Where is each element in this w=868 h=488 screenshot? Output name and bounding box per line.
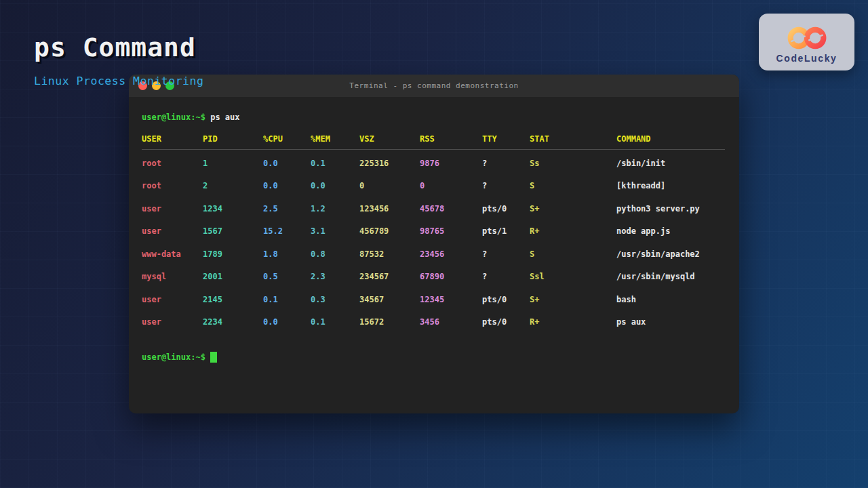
shell-prompt: user@linux:~$ [142,113,205,122]
table-cell: 0.1 [311,317,359,327]
table-cell: python3 server.py [616,203,725,214]
table-cell: 3.1 [311,226,359,237]
table-cell: 1 [203,158,263,169]
column-header: %CPU [263,134,311,144]
table-cell: Ss [530,158,616,169]
table-cell: 12345 [420,294,482,305]
table-cell: 2234 [203,317,263,327]
table-cell: 0.0 [263,158,311,169]
table-cell: 225316 [359,158,420,169]
table-row: root10.00.12253169876?Ss/sbin/init [142,152,725,175]
table-cell: bash [616,294,725,305]
table-cell: 2.5 [263,203,311,214]
table-cell: /usr/sbin/mysqld [616,271,725,282]
table-cell: 15672 [359,317,420,327]
table-cell: pts/1 [482,226,530,237]
table-cell: S+ [530,294,616,305]
table-cell: S [530,180,616,191]
idle-prompt-line: user@linux:~$ [142,352,725,363]
brand-name: CodeLucky [776,53,837,64]
table-cell: 123456 [359,203,420,214]
table-cell: 456789 [359,226,420,237]
terminal-title: Terminal - ps command demonstration [349,81,518,90]
table-cell: ? [482,158,530,169]
column-header: PID [203,134,263,144]
table-cell: 98765 [420,226,482,237]
table-cell: 0 [359,180,420,191]
table-cell: 1234 [203,203,263,214]
table-row: user156715.23.145678998765pts/1R+node ap… [142,220,725,243]
table-cell: 1.2 [311,203,359,214]
table-cell: ? [482,249,530,260]
table-cell: 0.1 [263,294,311,305]
shell-prompt: user@linux:~$ [142,352,205,363]
terminal-content: user@linux:~$ ps aux USERPID%CPU%MEMVSZR… [129,97,739,363]
table-cell: 2.3 [311,271,359,282]
table-cell: /sbin/init [616,158,725,169]
table-body: root10.00.12253169876?Ss/sbin/initroot20… [142,152,725,333]
table-cell: 0.0 [311,180,359,191]
table-row: mysql20010.52.323456767890?Ssl/usr/sbin/… [142,266,725,289]
column-header: COMMAND [616,134,725,144]
table-cell: ? [482,180,530,191]
table-cell: [kthreadd] [616,180,725,191]
table-cell: 0 [420,180,482,191]
table-cell: 34567 [359,294,420,305]
table-cell: pts/0 [482,203,530,214]
shell-command-text: ps aux [210,113,239,122]
table-cell: 0.1 [311,158,359,169]
column-header: RSS [420,134,482,144]
table-cell: 0.5 [263,271,311,282]
table-cell: 2001 [203,271,263,282]
table-cell: /usr/sbin/apache2 [616,249,725,260]
table-cell: S [530,249,616,260]
table-header-row: USERPID%CPU%MEMVSZRSSTTYSTATCOMMAND [142,134,725,150]
table-cell: 2 [203,180,263,191]
table-cell: S+ [530,203,616,214]
table-cell: 2145 [203,294,263,305]
column-header: USER [142,134,203,144]
table-cell: 0.3 [311,294,359,305]
terminal-titlebar: Terminal - ps command demonstration [129,75,739,97]
table-cell: R+ [530,226,616,237]
table-row: user22340.00.1156723456pts/0R+ps aux [142,311,725,334]
table-cell: user [142,317,203,327]
table-cell: user [142,203,203,214]
table-cell: 1.8 [263,249,311,260]
table-cell: mysql [142,271,203,282]
table-cell: 87532 [359,249,420,260]
table-cell: pts/0 [482,317,530,327]
table-cell: 15.2 [263,226,311,237]
table-row: user21450.10.33456712345pts/0S+bash [142,288,725,311]
table-cell: pts/0 [482,294,530,305]
page-header: ps Command Linux Process Monitoring [34,33,203,87]
terminal-window: Terminal - ps command demonstration user… [129,75,739,413]
terminal-cursor [210,352,217,363]
table-cell: ps aux [616,317,725,327]
table-cell: 3456 [420,317,482,327]
table-row: user12342.51.212345645678pts/0S+python3 … [142,197,725,220]
column-header: %MEM [311,134,359,144]
table-cell: R+ [530,317,616,327]
table-cell: user [142,294,203,305]
command-line: user@linux:~$ ps aux [142,112,725,123]
page-subtitle: Linux Process Monitoring [34,75,203,87]
table-cell: root [142,180,203,191]
table-cell: 0.0 [263,317,311,327]
table-cell: ? [482,271,530,282]
table-cell: 9876 [420,158,482,169]
column-header: TTY [482,134,530,144]
infinity-icon [781,24,833,52]
page-title: ps Command [34,33,203,62]
table-cell: user [142,226,203,237]
table-cell: Ssl [530,271,616,282]
table-cell: 23456 [420,249,482,260]
table-row: www-data17891.80.88753223456?S/usr/sbin/… [142,243,725,266]
column-header: VSZ [359,134,420,144]
table-cell: www-data [142,249,203,260]
table-cell: 0.8 [311,249,359,260]
table-row: root20.00.000?S[kthreadd] [142,175,725,198]
column-header: STAT [530,134,616,144]
brand-badge: CodeLucky [759,14,854,70]
table-cell: root [142,158,203,169]
